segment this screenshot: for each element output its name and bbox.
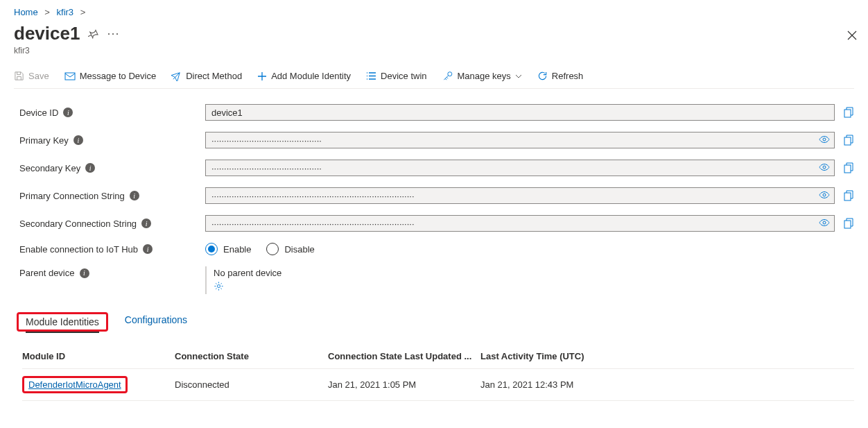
svg-point-11	[217, 284, 220, 287]
svg-point-9	[823, 221, 826, 224]
device-twin-label: Device twin	[381, 71, 426, 81]
more-icon[interactable]: ···	[107, 26, 119, 41]
svg-rect-4	[844, 137, 851, 145]
message-label: Message to Device	[80, 71, 157, 81]
svg-point-1	[447, 72, 451, 76]
disable-radio-label: Disable	[284, 244, 314, 255]
info-icon[interactable]: i	[143, 244, 153, 254]
refresh-icon	[537, 71, 548, 81]
secondary-conn-field: ········································…	[205, 215, 835, 232]
refresh-button[interactable]: Refresh	[537, 71, 584, 81]
chevron-right-icon: >	[44, 7, 50, 17]
device-twin-button[interactable]: Device twin	[366, 71, 426, 81]
radio-icon	[205, 243, 218, 255]
col-module-id: Module ID	[22, 351, 175, 361]
chevron-down-icon	[515, 73, 522, 80]
secondary-key-field: ········································…	[205, 160, 835, 176]
gear-icon[interactable]	[214, 281, 281, 291]
close-icon[interactable]	[847, 31, 857, 40]
secondary-conn-value: ········································…	[211, 219, 415, 229]
svg-rect-2	[844, 110, 851, 117]
secondary-key-value: ········································…	[211, 163, 322, 173]
secondary-key-label: Secondary Key	[19, 163, 80, 173]
col-conn-state: Connection State	[175, 351, 328, 361]
no-parent-text: No parent device	[214, 268, 281, 278]
info-icon[interactable]: i	[73, 135, 83, 145]
svg-point-5	[823, 166, 826, 169]
tab-module-identities[interactable]: Module Identities	[26, 316, 99, 333]
save-icon	[14, 71, 24, 81]
copy-icon[interactable]	[842, 107, 854, 118]
primary-key-value: ········································…	[211, 135, 322, 146]
module-id-link[interactable]: DefenderIotMicroAgent	[28, 379, 121, 390]
device-id-field: device1	[205, 104, 835, 121]
primary-key-label: Primary Key	[19, 135, 69, 146]
tab-configurations[interactable]: Configurations	[125, 314, 187, 329]
device-id-value: device1	[211, 108, 243, 118]
enable-radio[interactable]: Enable	[205, 243, 251, 255]
svg-point-3	[823, 138, 826, 141]
primary-key-field: ········································…	[205, 132, 835, 148]
info-icon[interactable]: i	[85, 163, 95, 173]
enable-conn-label: Enable connection to IoT Hub	[19, 244, 138, 255]
eye-icon[interactable]	[819, 135, 830, 144]
info-icon[interactable]: i	[80, 268, 89, 278]
direct-method-label: Direct Method	[186, 71, 242, 81]
pin-icon[interactable]	[88, 28, 98, 39]
primary-conn-field: ········································…	[205, 187, 835, 204]
copy-icon[interactable]	[842, 190, 854, 201]
copy-icon[interactable]	[842, 162, 854, 173]
direct-method-button[interactable]: Direct Method	[171, 71, 242, 81]
secondary-conn-label: Secondary Connection String	[19, 219, 137, 229]
list-icon	[366, 71, 376, 80]
add-module-label: Add Module Identity	[271, 71, 351, 81]
breadcrumb-parent[interactable]: kfir3	[57, 7, 74, 17]
key-icon	[442, 71, 453, 81]
copy-icon[interactable]	[842, 218, 854, 229]
disable-radio[interactable]: Disable	[266, 243, 314, 255]
device-id-label: Device ID	[19, 108, 58, 118]
primary-conn-value: ········································…	[211, 191, 415, 201]
svg-rect-8	[844, 193, 851, 200]
copy-icon[interactable]	[842, 135, 854, 146]
info-icon[interactable]: i	[130, 191, 139, 200]
page-subtitle: kfir3	[14, 46, 854, 55]
svg-point-7	[823, 194, 826, 196]
table-header: Module ID Connection State Connection St…	[22, 344, 854, 369]
info-icon[interactable]: i	[63, 108, 73, 117]
table-row: DefenderIotMicroAgent Disconnected Jan 2…	[22, 369, 854, 401]
page-title: device1	[14, 23, 80, 44]
info-icon[interactable]: i	[141, 219, 151, 228]
row-conn-state: Disconnected	[175, 379, 328, 390]
add-module-button[interactable]: Add Module Identity	[257, 71, 351, 81]
manage-keys-label: Manage keys	[458, 71, 511, 81]
message-button[interactable]: Message to Device	[64, 71, 157, 81]
parent-device-label: Parent device	[19, 268, 75, 278]
save-button: Save	[14, 71, 49, 81]
eye-icon[interactable]	[819, 218, 830, 228]
highlight-annotation: Module Identities	[17, 312, 108, 332]
enable-radio-label: Enable	[223, 244, 251, 255]
col-last-activity: Last Activity Time (UTC)	[480, 351, 854, 361]
primary-conn-label: Primary Connection String	[19, 191, 125, 201]
plus-icon	[257, 71, 267, 81]
eye-icon[interactable]	[819, 162, 830, 172]
col-conn-updated: Connection State Last Updated ...	[328, 351, 480, 361]
eye-icon[interactable]	[819, 190, 830, 200]
row-last-activity: Jan 21, 2021 12:43 PM	[480, 379, 854, 390]
refresh-label: Refresh	[552, 71, 584, 81]
toolbar: Save Message to Device Direct Method Add…	[14, 65, 854, 89]
svg-rect-0	[65, 73, 75, 80]
manage-keys-button[interactable]: Manage keys	[442, 71, 522, 81]
breadcrumb: Home > kfir3 >	[14, 6, 854, 23]
direct-method-icon	[171, 71, 182, 81]
svg-rect-10	[844, 221, 851, 228]
row-conn-updated: Jan 21, 2021 1:05 PM	[328, 379, 480, 390]
breadcrumb-home[interactable]: Home	[14, 7, 38, 17]
highlight-annotation: DefenderIotMicroAgent	[22, 376, 128, 393]
module-identities-table: Module ID Connection State Connection St…	[14, 344, 854, 401]
radio-icon	[266, 243, 279, 255]
svg-rect-6	[844, 165, 851, 173]
save-label: Save	[28, 71, 49, 81]
mail-icon	[64, 71, 76, 81]
